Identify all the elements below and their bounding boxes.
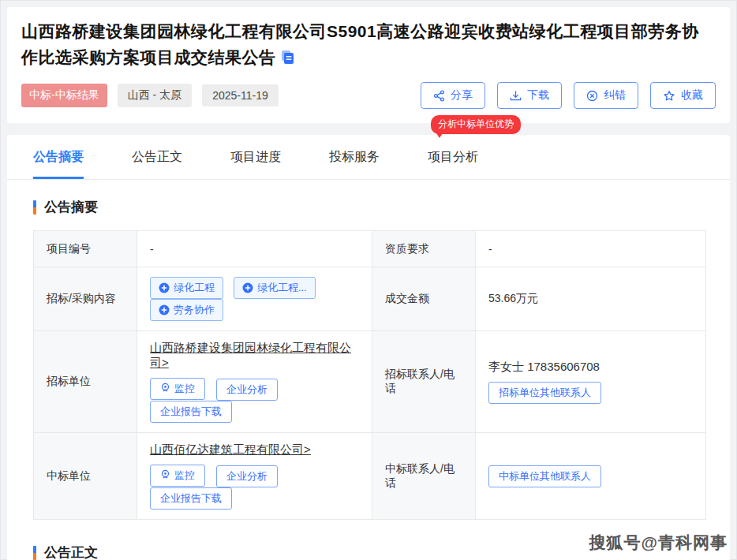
table-row: 中标单位 山西佰亿达建筑工程有限公司> 监控 企业分析 企业报告下载 中标联系人… xyxy=(34,433,706,520)
status-badge: 中标-中标结果 xyxy=(21,84,107,107)
tab-bidding-services[interactable]: 投标服务 xyxy=(329,135,380,179)
monitor-button[interactable]: 监控 xyxy=(150,465,205,487)
share-icon xyxy=(433,90,445,102)
winning-contact-label: 中标联系人/电话 xyxy=(372,433,476,520)
tendering-contact-label: 招标联系人/电话 xyxy=(372,331,476,433)
monitor-icon xyxy=(160,469,170,482)
date-tag: 2025-11-19 xyxy=(202,84,279,106)
tendering-contact-cell: 李女士 17835606708 招标单位其他联系人 xyxy=(476,331,706,433)
qualification-label: 资质要求 xyxy=(372,231,476,267)
tab-full-text[interactable]: 公告正文 xyxy=(132,135,182,179)
error-report-icon xyxy=(586,90,598,102)
content-tag-label: 绿化工程... xyxy=(257,281,307,295)
error-report-label: 纠错 xyxy=(604,88,626,103)
page-title: 山西路桥建设集团园林绿化工程有限公司S5901高速公路迎宾收费站绿化工程项目部劳… xyxy=(21,18,716,72)
monitor-label: 监控 xyxy=(174,469,195,483)
tendering-company-link[interactable]: 山西路桥建设集团园林绿化工程有限公司> xyxy=(150,341,359,371)
tendering-unit-label: 招标单位 xyxy=(34,331,137,433)
plus-circle-icon xyxy=(159,304,170,315)
company-report-download-button[interactable]: 企业报告下载 xyxy=(150,401,232,423)
watermark: 搜狐号@青科网事 xyxy=(589,532,728,554)
content-tag-chip[interactable]: 绿化工程... xyxy=(234,277,316,299)
error-report-button[interactable]: 纠错 xyxy=(574,82,638,109)
download-label: 下载 xyxy=(527,88,549,103)
section-bar-icon xyxy=(33,546,36,560)
winning-unit-cell: 山西佰亿达建筑工程有限公司> 监控 企业分析 企业报告下载 xyxy=(137,433,372,520)
share-button[interactable]: 分享 xyxy=(421,82,485,109)
monitor-label: 监控 xyxy=(174,382,195,396)
winning-unit-label: 中标单位 xyxy=(34,433,137,520)
content-tag-chip[interactable]: 绿化工程 xyxy=(150,277,223,299)
table-row: 招标/采购内容 绿化工程 绿化工程... 劳务协作 成交金额 xyxy=(34,267,706,331)
company-analysis-button[interactable]: 企业分析 xyxy=(216,379,278,401)
favorite-label: 收藏 xyxy=(681,88,703,103)
winning-company-link[interactable]: 山西佰亿达建筑工程有限公司> xyxy=(150,442,311,457)
share-label: 分享 xyxy=(451,88,473,103)
content-tag-chip[interactable]: 劳务协作 xyxy=(150,299,223,321)
monitor-button[interactable]: 监控 xyxy=(150,378,205,400)
announcement-header-card: 山西路桥建设集团园林绿化工程有限公司S5901高速公路迎宾收费站绿化工程项目部劳… xyxy=(7,7,730,123)
analysis-advantage-bubble: 分析中标单位优势 xyxy=(431,115,521,134)
content-tag-label: 劳务协作 xyxy=(174,303,215,317)
company-report-download-button[interactable]: 企业报告下载 xyxy=(150,487,232,510)
download-button[interactable]: 下载 xyxy=(497,82,562,109)
tab-project-analysis[interactable]: 项目分析 分析中标单位优势 xyxy=(428,135,478,179)
page: 山西路桥建设集团园林绿化工程有限公司S5901高速公路迎宾收费站绿化工程项目部劳… xyxy=(0,0,737,560)
full-text-section-title: 公告正文 xyxy=(44,543,98,560)
winning-contact-cell: 中标单位其他联系人 xyxy=(476,433,706,520)
plus-circle-icon xyxy=(242,282,253,293)
summary-section-title: 公告摘要 xyxy=(44,198,98,216)
summary-section-head: 公告摘要 xyxy=(33,198,704,216)
region-tag: 山西 - 太原 xyxy=(118,84,192,107)
monitor-icon xyxy=(160,383,170,395)
deal-amount-label: 成交金额 xyxy=(372,267,476,331)
project-no-label: 项目编号 xyxy=(34,231,137,267)
tendering-contact-value: 李女士 17835606708 xyxy=(488,360,693,375)
tab-project-progress[interactable]: 项目进度 xyxy=(230,135,281,179)
favorite-button[interactable]: 收藏 xyxy=(650,82,716,109)
table-row: 项目编号 - 资质要求 - xyxy=(34,231,706,267)
section-bar-icon xyxy=(33,200,36,215)
tabs: 公告摘要 公告正文 项目进度 投标服务 项目分析 分析中标单位优势 xyxy=(7,135,730,180)
deal-amount-value: 53.66万元 xyxy=(476,267,706,331)
star-icon xyxy=(663,90,675,102)
copy-title-icon[interactable] xyxy=(281,46,294,72)
project-no-value: - xyxy=(137,231,372,267)
summary-table: 项目编号 - 资质要求 - 招标/采购内容 绿化工程 绿化工程... xyxy=(33,230,706,520)
plus-circle-icon xyxy=(159,282,170,293)
tendering-unit-cell: 山西路桥建设集团园林绿化工程有限公司> 监控 企业分析 企业报告下载 xyxy=(137,331,372,433)
company-analysis-button[interactable]: 企业分析 xyxy=(216,465,278,487)
qualification-value: - xyxy=(476,231,706,267)
content-tag-label: 绿化工程 xyxy=(174,281,215,295)
tendering-other-contacts-button[interactable]: 招标单位其他联系人 xyxy=(488,382,601,404)
tab-summary[interactable]: 公告摘要 xyxy=(33,135,84,179)
procurement-content-value: 绿化工程 绿化工程... 劳务协作 xyxy=(137,267,372,331)
announcement-main-card: 公告摘要 公告正文 项目进度 投标服务 项目分析 分析中标单位优势 公告摘要 项… xyxy=(7,135,730,560)
winning-other-contacts-button[interactable]: 中标单位其他联系人 xyxy=(488,465,601,487)
download-icon xyxy=(510,90,522,102)
table-row: 招标单位 山西路桥建设集团园林绿化工程有限公司> 监控 企业分析 企业报告下载 … xyxy=(34,331,706,433)
procurement-content-label: 招标/采购内容 xyxy=(34,267,137,331)
tab-project-analysis-label: 项目分析 xyxy=(428,149,478,166)
action-buttons: 分享 下载 纠错 xyxy=(421,82,716,109)
meta-row: 中标-中标结果 山西 - 太原 2025-11-19 分享 下载 xyxy=(21,82,716,109)
page-title-text: 山西路桥建设集团园林绿化工程有限公司S5901高速公路迎宾收费站绿化工程项目部劳… xyxy=(21,22,699,66)
